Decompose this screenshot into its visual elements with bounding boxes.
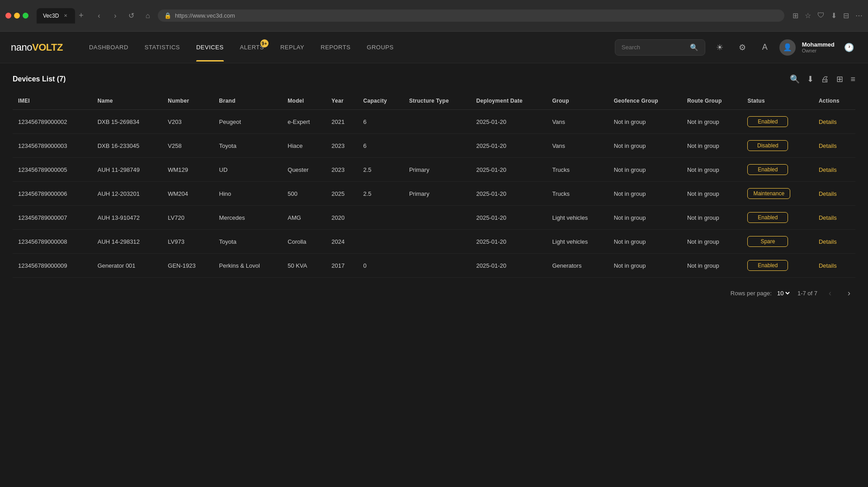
col-number: Number bbox=[162, 93, 213, 110]
details-link[interactable]: Details bbox=[819, 214, 837, 221]
details-link[interactable]: Details bbox=[819, 142, 837, 149]
settings-icon[interactable]: ⚙ bbox=[734, 39, 750, 56]
back-button[interactable]: ‹ bbox=[93, 9, 105, 22]
cell-actions[interactable]: Details bbox=[813, 110, 855, 134]
nav-reports[interactable]: REPORTS bbox=[312, 33, 359, 61]
list-title: Devices List (7) bbox=[13, 75, 66, 83]
details-link[interactable]: Details bbox=[819, 262, 837, 269]
col-capacity: Capacity bbox=[358, 93, 404, 110]
download-icon[interactable]: ⬇ bbox=[831, 11, 837, 20]
tab-bar: Vec3D ✕ + bbox=[37, 8, 85, 24]
translate-icon[interactable]: A bbox=[757, 39, 773, 56]
list-search-icon[interactable]: 🔍 bbox=[790, 74, 800, 84]
user-role: Owner bbox=[802, 48, 835, 53]
cell-geofence-group: Not in group bbox=[609, 182, 682, 206]
cell-actions[interactable]: Details bbox=[813, 230, 855, 254]
list-grid-icon[interactable]: ⊞ bbox=[836, 74, 843, 84]
cell-brand: Perkins & Lovol bbox=[214, 254, 283, 278]
cell-actions[interactable]: Details bbox=[813, 158, 855, 182]
col-deployment-date: Deployment Date bbox=[471, 93, 547, 110]
list-actions: 🔍 ⬇ 🖨 ⊞ ≡ bbox=[790, 74, 855, 84]
nav-menu: DASHBOARD STATISTICS DEVICES ALERTS 9+ R… bbox=[81, 33, 615, 61]
cell-brand: Peugeot bbox=[214, 110, 283, 134]
status-badge: Disabled bbox=[747, 140, 788, 151]
cell-year: 2017 bbox=[326, 254, 358, 278]
forward-button[interactable]: › bbox=[109, 9, 122, 22]
cell-route-group: Not in group bbox=[682, 134, 742, 158]
user-info[interactable]: Mohammed Owner bbox=[802, 41, 835, 53]
col-brand: Brand bbox=[214, 93, 283, 110]
tab-close-button[interactable]: ✕ bbox=[62, 13, 69, 19]
search-icon[interactable]: 🔍 bbox=[690, 43, 698, 52]
list-download-icon[interactable]: ⬇ bbox=[807, 74, 814, 84]
cell-year: 2024 bbox=[326, 230, 358, 254]
shield-icon[interactable]: 🛡 bbox=[817, 11, 825, 20]
cell-number: GEN-1923 bbox=[162, 254, 213, 278]
nav-statistics[interactable]: STATISTICS bbox=[137, 33, 188, 61]
cell-structure-type bbox=[404, 206, 471, 230]
cell-name: AUH 11-298749 bbox=[92, 158, 163, 182]
cell-route-group: Not in group bbox=[682, 206, 742, 230]
details-link[interactable]: Details bbox=[819, 190, 837, 197]
new-tab-button[interactable]: + bbox=[77, 9, 85, 22]
cell-actions[interactable]: Details bbox=[813, 134, 855, 158]
cell-capacity: 0 bbox=[358, 254, 404, 278]
cell-model: 50 KVA bbox=[282, 254, 326, 278]
fullscreen-traffic-light[interactable] bbox=[23, 13, 28, 19]
lock-icon: 🔒 bbox=[164, 12, 171, 19]
cell-imei: 123456789000003 bbox=[13, 134, 92, 158]
search-input[interactable] bbox=[622, 44, 686, 51]
home-button[interactable]: ⌂ bbox=[142, 9, 154, 22]
clock-icon[interactable]: 🕐 bbox=[841, 39, 857, 56]
cell-year: 2025 bbox=[326, 182, 358, 206]
details-link[interactable]: Details bbox=[819, 166, 837, 173]
nav-devices[interactable]: DEVICES bbox=[188, 33, 232, 61]
rows-per-page-select[interactable]: 10 25 50 bbox=[775, 289, 791, 297]
cell-year: 2023 bbox=[326, 134, 358, 158]
table-row: 123456789000009 Generator 001 GEN-1923 P… bbox=[13, 254, 855, 278]
cell-imei: 123456789000008 bbox=[13, 230, 92, 254]
apps-icon[interactable]: ⊟ bbox=[843, 11, 849, 20]
address-bar[interactable]: 🔒 https://www.vec3d.com bbox=[158, 9, 784, 22]
cell-status: Enabled bbox=[742, 110, 813, 134]
details-link[interactable]: Details bbox=[819, 118, 837, 125]
col-year: Year bbox=[326, 93, 358, 110]
alerts-badge: 9+ bbox=[260, 39, 269, 47]
brightness-icon[interactable]: ☀ bbox=[712, 39, 728, 56]
minimize-traffic-light[interactable] bbox=[14, 13, 20, 19]
avatar[interactable]: 👤 bbox=[779, 39, 796, 56]
extensions-icon[interactable]: ⊞ bbox=[793, 11, 798, 20]
list-filter-icon[interactable]: ≡ bbox=[850, 75, 855, 84]
next-page-button[interactable]: › bbox=[843, 287, 855, 299]
logo-voltz: VOLTZ bbox=[32, 42, 63, 53]
cell-structure-type: Primary bbox=[404, 182, 471, 206]
cell-route-group: Not in group bbox=[682, 158, 742, 182]
header-right: 🔍 ☀ ⚙ A 👤 Mohammed Owner 🕐 bbox=[615, 39, 857, 56]
cell-actions[interactable]: Details bbox=[813, 182, 855, 206]
col-actions: Actions bbox=[813, 93, 855, 110]
refresh-button[interactable]: ↺ bbox=[125, 9, 138, 22]
cell-model: Hiace bbox=[282, 134, 326, 158]
nav-alerts[interactable]: ALERTS 9+ bbox=[232, 33, 272, 61]
cell-status: Enabled bbox=[742, 206, 813, 230]
cell-structure-type: Primary bbox=[404, 158, 471, 182]
star-icon[interactable]: ☆ bbox=[805, 11, 811, 20]
cell-actions[interactable]: Details bbox=[813, 206, 855, 230]
main-content: Devices List (7) 🔍 ⬇ 🖨 ⊞ ≡ IMEI Name Num… bbox=[0, 63, 868, 310]
close-traffic-light[interactable] bbox=[5, 13, 11, 19]
cell-deployment-date: 2025-01-20 bbox=[471, 206, 547, 230]
cell-model: AMG bbox=[282, 206, 326, 230]
nav-dashboard[interactable]: DASHBOARD bbox=[81, 33, 137, 61]
cell-actions[interactable]: Details bbox=[813, 254, 855, 278]
search-box[interactable]: 🔍 bbox=[615, 39, 705, 56]
menu-icon[interactable]: ⋯ bbox=[855, 11, 863, 20]
nav-replay[interactable]: REPLAY bbox=[272, 33, 312, 61]
active-tab[interactable]: Vec3D ✕ bbox=[37, 8, 75, 24]
details-link[interactable]: Details bbox=[819, 238, 837, 245]
prev-page-button[interactable]: ‹ bbox=[824, 287, 836, 299]
nav-groups[interactable]: GROUPS bbox=[359, 33, 401, 61]
table-row: 123456789000006 AUH 12-203201 WM204 Hino… bbox=[13, 182, 855, 206]
cell-status: Spare bbox=[742, 230, 813, 254]
col-status: Status bbox=[742, 93, 813, 110]
list-print-icon[interactable]: 🖨 bbox=[821, 75, 829, 84]
